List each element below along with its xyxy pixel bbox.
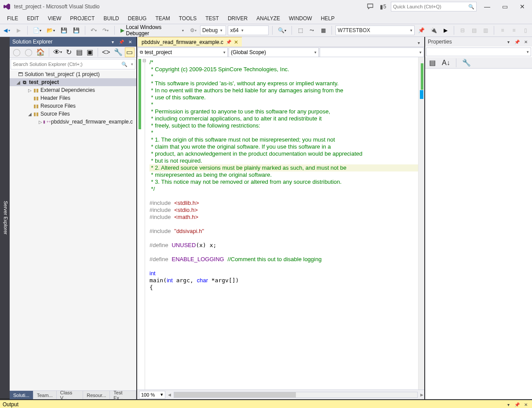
debug-type-button[interactable]: ⚙▾ [188, 26, 198, 35]
document-tab-list-icon[interactable]: ▾ [415, 39, 423, 47]
attach-button[interactable]: 🔌 [428, 26, 439, 35]
notifications-icon[interactable]: ▮5 [379, 2, 387, 11]
redo-button[interactable]: ↷▾ [101, 26, 111, 35]
deploy-button[interactable]: 📌 [416, 26, 427, 35]
toolbox-tab[interactable]: Toolbox [0, 37, 2, 398]
tab-class-view[interactable]: Class V... [57, 391, 83, 399]
nav-project-dropdown[interactable]: ⧉test_project▾ [138, 47, 228, 57]
tab-solution-explorer[interactable]: Soluti... [10, 391, 33, 399]
menu-view[interactable]: VIEW [44, 14, 66, 23]
pin-icon[interactable]: 📌 [226, 40, 231, 44]
tab-test-explorer[interactable]: Test Ex... [110, 391, 136, 399]
solution-platform-dropdown[interactable]: x64▾ [228, 26, 269, 35]
close-button[interactable]: ✕ [515, 2, 529, 11]
scroll-indicator[interactable] [418, 57, 424, 390]
maximize-button[interactable]: ▭ [498, 2, 512, 11]
close-tab-icon[interactable]: ✕ [234, 39, 238, 45]
source-file-node[interactable]: ▷▮ ++pbddsiv_read_firmware_example.c [10, 118, 136, 126]
pane-close-icon[interactable]: ✕ [522, 38, 529, 45]
se-refresh-icon[interactable]: 👁▾ [52, 47, 63, 57]
solution-search-input[interactable] [11, 62, 120, 67]
nav-fwd-button[interactable]: ▶ [14, 26, 24, 35]
undo-button[interactable]: ↶▾ [89, 26, 99, 35]
server-explorer-tab[interactable]: Server Explorer [2, 37, 10, 398]
menu-debug[interactable]: DEBUG [124, 14, 151, 23]
se-sync-icon[interactable]: ↻ [64, 47, 74, 57]
pane-dropdown-icon[interactable]: ▾ [505, 38, 512, 45]
solution-node[interactable]: 🗔Solution 'test_project' (1 project) [10, 70, 136, 78]
resource-files-node[interactable]: ▮▮Resource Files [10, 102, 136, 110]
menu-window[interactable]: WINDOW [284, 14, 317, 23]
solution-tree[interactable]: 🗔Solution 'test_project' (1 project) ◢⧉t… [10, 70, 136, 390]
zoom-dropdown[interactable]: 100 %▾ [139, 391, 165, 399]
nav-back-button[interactable]: ◀▾ [2, 26, 12, 35]
se-fwd-icon[interactable]: ◯ [23, 47, 33, 57]
step-btn1[interactable]: ⊟ [458, 26, 467, 35]
code-editor[interactable]: ⊟ /* * Copyright (c) 2009-2015 SpinCore … [137, 57, 424, 390]
pane-dropdown-icon[interactable]: ▾ [109, 38, 116, 45]
se-preview-icon[interactable]: ▭ [125, 47, 135, 57]
pane-close-icon[interactable]: ✕ [522, 401, 529, 408]
horizontal-scrollbar[interactable] [174, 392, 418, 398]
nav-member-dropdown[interactable]: ▾ [320, 47, 424, 57]
remote-target-dropdown[interactable]: W7TESTBOX▾ [335, 26, 415, 35]
menu-build[interactable]: BUILD [99, 14, 123, 23]
se-showall-icon[interactable]: ▤ [75, 47, 84, 57]
feedback-icon[interactable] [366, 2, 375, 11]
menu-edit[interactable]: EDIT [22, 14, 43, 23]
menu-analyze[interactable]: ANALYZE [252, 14, 284, 23]
alphabetical-icon[interactable]: A↓ [440, 58, 452, 68]
indent-btn3[interactable]: ▯ [521, 26, 530, 35]
se-collapse-icon[interactable]: ▣ [85, 47, 95, 57]
source-files-node[interactable]: ◢▮▮Source Files [10, 110, 136, 118]
new-project-button[interactable]: 📄▾ [31, 26, 43, 35]
quick-launch[interactable]: 🔍 [391, 2, 477, 11]
solution-config-dropdown[interactable]: Debug▾ [200, 26, 226, 35]
indent-btn1[interactable]: ≡ [498, 26, 507, 35]
driverbtn1[interactable]: ⬚ [295, 26, 305, 35]
find-in-files-button[interactable]: 🔍▾ [276, 26, 288, 35]
pane-close-icon[interactable]: ✕ [127, 38, 134, 45]
menu-driver[interactable]: DRIVER [223, 14, 252, 23]
hscroll-right-icon[interactable]: ▶ [419, 393, 424, 397]
se-back-icon[interactable]: ◯ [11, 47, 22, 57]
menu-help[interactable]: HELP [317, 14, 339, 23]
external-deps-node[interactable]: ▷▮▮External Dependencies [10, 86, 136, 94]
pane-dropdown-icon[interactable]: ▾ [505, 401, 512, 408]
menu-tools[interactable]: TOOLS [175, 14, 201, 23]
tab-resource-view[interactable]: Resour... [83, 391, 110, 399]
pane-pin-icon[interactable]: 📌 [514, 401, 521, 408]
se-code-icon[interactable]: <> [101, 47, 112, 57]
pane-pin-icon[interactable]: 📌 [118, 38, 125, 45]
indent-btn2[interactable]: ≡ [509, 26, 519, 35]
menu-file[interactable]: FILE [3, 14, 22, 23]
start-debug-button[interactable]: ▶ Local Windows Debugger ▾ [118, 26, 186, 35]
pane-pin-icon[interactable]: 📌 [514, 38, 521, 45]
se-props-icon[interactable]: 🔧 [113, 47, 124, 57]
search-dd-icon[interactable]: ▾ [129, 62, 135, 66]
save-button[interactable]: 💾 [59, 26, 69, 35]
document-tab[interactable]: pbddsiv_read_firmware_example.c 📌 ✕ [138, 37, 242, 47]
run-button2[interactable]: ▶ [441, 26, 450, 35]
driverbtn2[interactable]: ⤳ [307, 26, 317, 35]
step-btn3[interactable]: ▥ [481, 26, 490, 35]
project-node[interactable]: ◢⧉test_project [10, 78, 136, 86]
nav-scope-dropdown[interactable]: (Global Scope)▾ [229, 47, 319, 57]
menu-project[interactable]: PROJECT [66, 14, 99, 23]
properties-grid[interactable] [425, 69, 532, 399]
quick-launch-input[interactable] [391, 4, 466, 9]
driverbtn3[interactable]: ▦ [318, 26, 328, 35]
minimize-button[interactable]: — [480, 2, 494, 11]
step-btn2[interactable]: ▤ [469, 26, 479, 35]
hscroll-left-icon[interactable]: ◀ [167, 393, 172, 397]
solution-search[interactable]: 🔍 ▾ [11, 59, 135, 69]
properties-object-dropdown[interactable]: ▾ [426, 47, 531, 56]
menu-test[interactable]: TEST [201, 14, 223, 23]
menu-team[interactable]: TEAM [151, 14, 174, 23]
header-files-node[interactable]: ▮▮Header Files [10, 94, 136, 102]
save-all-button[interactable]: 💾 [71, 26, 81, 35]
open-file-button[interactable]: 📂▾ [45, 26, 57, 35]
categorized-icon[interactable]: ▤ [427, 58, 438, 68]
tab-team-explorer[interactable]: Team... [33, 391, 57, 399]
se-home-icon[interactable]: 🏠 [35, 47, 46, 57]
